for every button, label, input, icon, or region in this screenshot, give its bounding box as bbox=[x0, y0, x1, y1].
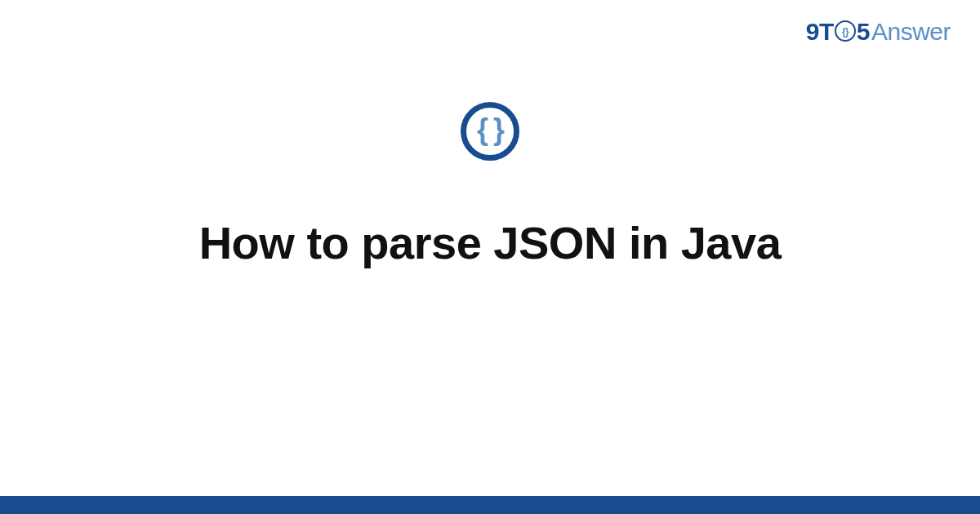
topic-icon-circle: { } bbox=[461, 102, 519, 161]
json-braces-icon: { } bbox=[477, 113, 503, 147]
logo-part-9: 9 bbox=[806, 18, 819, 46]
logo-part-answer: Answer bbox=[871, 18, 951, 46]
main-content: { } How to parse JSON in Java bbox=[0, 102, 980, 269]
logo-part-5: 5 bbox=[857, 18, 870, 46]
logo-part-t: T bbox=[819, 18, 834, 46]
logo-o-icon: {} bbox=[835, 20, 856, 42]
logo-o-braces: {} bbox=[842, 25, 849, 38]
page-title: How to parse JSON in Java bbox=[199, 216, 782, 269]
footer-accent-bar bbox=[0, 496, 980, 514]
site-logo: 9 T {} 5 Answer bbox=[806, 18, 951, 46]
